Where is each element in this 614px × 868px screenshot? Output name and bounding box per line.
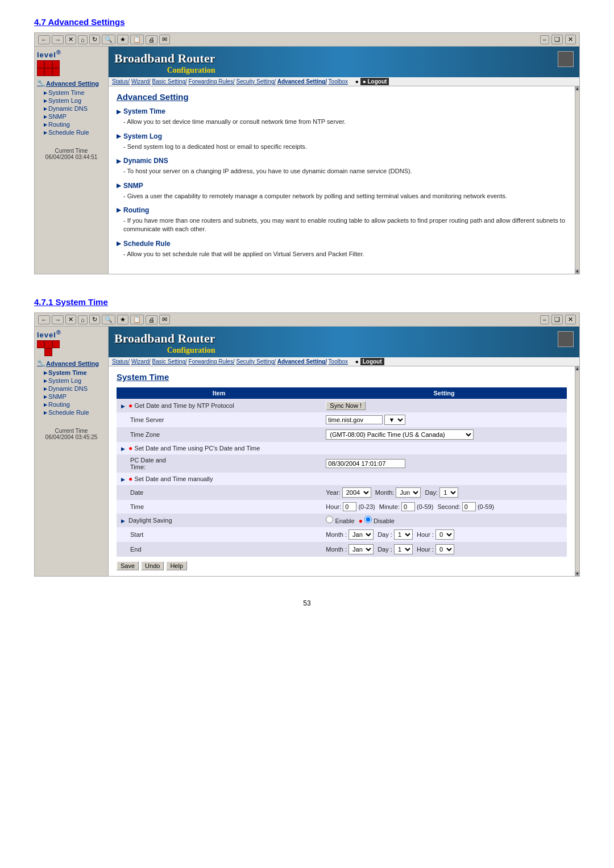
time-label: Time (117, 500, 321, 514)
section-dynamic-dns[interactable]: ▶ Dynamic DNS (117, 157, 567, 165)
nav-advanced[interactable]: Advanced Setting/ (277, 78, 327, 85)
search-btn[interactable]: 🔍 (102, 35, 115, 44)
end-day-select[interactable]: 1 (394, 544, 413, 554)
radio-ntp[interactable]: ● (128, 402, 132, 410)
banner-subtitle-2: Configuration (114, 346, 215, 355)
sidebar-item-schedule-rule[interactable]: ▶ Schedule Rule (37, 128, 106, 136)
daylight-enable-radio[interactable] (326, 516, 333, 523)
favorites-btn-2[interactable]: ★ (117, 315, 128, 324)
day-select[interactable]: 1 (439, 487, 458, 498)
sidebar-item-snmp[interactable]: ▶ SNMP (37, 112, 106, 120)
daylight-disable-radio[interactable] (364, 516, 372, 523)
section-system-time[interactable]: ▶ System Time (117, 107, 567, 115)
scrollbar-1[interactable]: ▲ ▼ (575, 86, 579, 274)
section-snmp[interactable]: ▶ SNMP (117, 182, 567, 190)
sidebar-item-system-log-2[interactable]: ▶ System Log (37, 377, 106, 385)
nav-basic-2[interactable]: Basic Setting/ (152, 358, 187, 365)
print-btn-2[interactable]: 🖨 (146, 315, 157, 324)
second-input[interactable] (462, 502, 476, 511)
ntp-label-cell: ▶ ● Get Date and Time by NTP Protocol (117, 399, 321, 412)
minute-input[interactable] (401, 502, 415, 511)
nav-security[interactable]: Secuity Setting/ (236, 78, 275, 85)
help-button[interactable]: Help (166, 561, 187, 570)
sidebar-item-system-log[interactable]: ▶ System Log (37, 97, 106, 105)
time-server-select[interactable]: ▼ (384, 415, 405, 425)
forward-btn[interactable]: → (52, 35, 64, 44)
close-btn[interactable]: ✕ (565, 35, 576, 44)
scroll-down-btn-2[interactable]: ▼ (575, 571, 580, 576)
nav-forwarding[interactable]: Forwarding Rules/ (189, 78, 235, 85)
back-btn-2[interactable]: ← (38, 315, 50, 324)
ntp-setting-cell: Sync Now ! (321, 399, 567, 412)
close-btn-2[interactable]: ✕ (565, 315, 576, 324)
home-btn-2[interactable]: ⌂ (78, 315, 88, 324)
sidebar-item-routing[interactable]: ▶ Routing (37, 120, 106, 128)
sidebar-item-dynamic-dns[interactable]: ▶ Dynamic DNS (37, 105, 106, 112)
time-server-input[interactable] (326, 415, 383, 424)
sidebar-section-title-1[interactable]: 🔧 Advanced Setting (37, 80, 106, 87)
nav-security-2[interactable]: Secuity Setting/ (236, 358, 275, 365)
nav-logout-2[interactable]: ● Logout (355, 358, 384, 365)
nav-status[interactable]: Status/ (112, 78, 130, 85)
nav-wizard[interactable]: Wizard/ (131, 78, 151, 85)
radio-manual[interactable]: ● (128, 475, 132, 483)
refresh-btn[interactable]: ↻ (89, 35, 100, 44)
hour-input[interactable] (343, 502, 356, 511)
nav-toolbox-2[interactable]: Toolbox (329, 358, 348, 365)
radio-pcdate[interactable]: ● (128, 444, 132, 452)
minimize-btn-2[interactable]: − (540, 315, 549, 324)
arrow-icon: ▶ (44, 410, 47, 415)
year-select[interactable]: 2004 (342, 487, 371, 498)
print-btn[interactable]: 🖨 (146, 35, 157, 44)
maximize-btn-2[interactable]: ❑ (551, 315, 563, 324)
nav-toolbox[interactable]: Toolbox (329, 78, 348, 85)
scroll-up-btn[interactable]: ▲ (575, 86, 580, 91)
nav-wizard-2[interactable]: Wizard/ (131, 358, 151, 365)
sidebar-section-title-2[interactable]: 🔧 Advanced Setting (37, 360, 106, 367)
start-month-select[interactable]: Jan (349, 529, 374, 540)
sync-now-btn[interactable]: Sync Now ! (326, 401, 366, 410)
nav-forwarding-2[interactable]: Forwarding Rules/ (189, 358, 235, 365)
pc-date-input[interactable] (326, 459, 405, 468)
nav-basic[interactable]: Basic Setting/ (152, 78, 187, 85)
section-system-log[interactable]: ▶ System Log (117, 132, 567, 140)
undo-button[interactable]: Undo (141, 561, 164, 570)
scrollbar-2[interactable]: ▲ ▼ (575, 366, 579, 576)
mail-btn[interactable]: ✉ (159, 35, 170, 44)
start-day-select[interactable]: 1 (394, 529, 413, 540)
timezone-select[interactable]: (GMT-08:00) Pacific Time (US & Canada) (326, 429, 474, 440)
back-btn[interactable]: ← (38, 35, 50, 44)
save-button[interactable]: Save (117, 561, 139, 570)
toolbar-buttons-right: − ❑ ✕ (540, 35, 576, 44)
sidebar-item-system-time[interactable]: ▶ System Time (37, 89, 106, 97)
end-hour-select[interactable]: 0 (435, 544, 454, 554)
search-btn-2[interactable]: 🔍 (102, 315, 115, 324)
stop-btn-2[interactable]: ✕ (65, 315, 76, 324)
scroll-down-btn[interactable]: ▼ (575, 269, 580, 274)
mail-btn-2[interactable]: ✉ (159, 315, 170, 324)
section-routing[interactable]: ▶ Routing (117, 206, 567, 214)
sidebar-item-system-time-2[interactable]: ▶ System Time (37, 369, 106, 377)
sidebar-item-dynamic-dns-2[interactable]: ▶ Dynamic DNS (37, 385, 106, 393)
sidebar-item-routing-2[interactable]: ▶ Routing (37, 400, 106, 408)
forward-btn-2[interactable]: → (52, 315, 64, 324)
home-btn[interactable]: ⌂ (78, 35, 88, 44)
chevron-right-icon: ▶ (117, 207, 121, 213)
sidebar-item-snmp-2[interactable]: ▶ SNMP (37, 393, 106, 400)
favorites-btn[interactable]: ★ (117, 35, 128, 44)
history-btn[interactable]: 📋 (130, 35, 144, 44)
nav-advanced-2[interactable]: Advanced Setting/ (277, 358, 327, 365)
minimize-btn[interactable]: − (540, 35, 549, 44)
section-schedule-rule[interactable]: ▶ Schedule Rule (117, 240, 567, 248)
refresh-btn-2[interactable]: ↻ (89, 315, 100, 324)
sidebar-item-schedule-rule-2[interactable]: ▶ Schedule Rule (37, 408, 106, 416)
maximize-btn[interactable]: ❑ (551, 35, 563, 44)
nav-logout[interactable]: ● ● Logout (355, 78, 389, 85)
start-hour-select[interactable]: 0 (435, 529, 454, 540)
stop-btn[interactable]: ✕ (65, 35, 76, 44)
scroll-up-btn-2[interactable]: ▲ (575, 366, 580, 371)
nav-status-2[interactable]: Status/ (112, 358, 130, 365)
history-btn-2[interactable]: 📋 (130, 315, 144, 324)
end-month-select[interactable]: Jan (349, 544, 374, 554)
month-select[interactable]: Jun (396, 487, 421, 498)
